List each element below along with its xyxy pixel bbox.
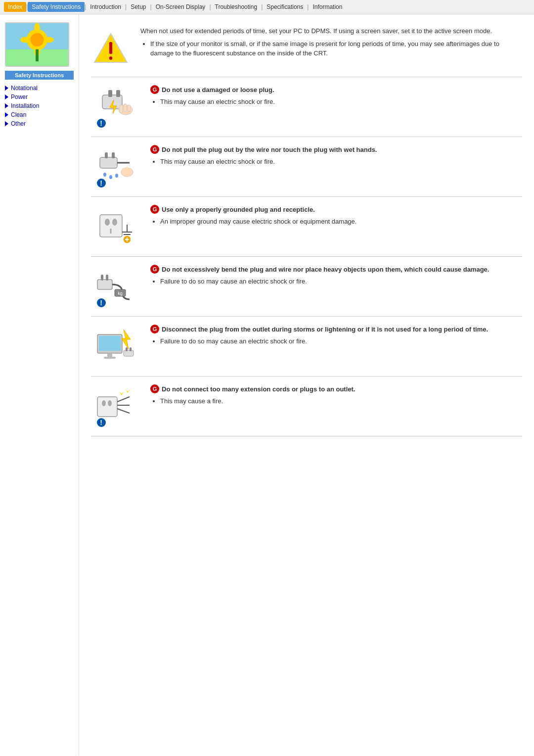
- safety-icon-5: [91, 325, 140, 368]
- red-circle-icon: G: [150, 145, 159, 154]
- svg-rect-11: [109, 56, 112, 60]
- sidebar: Safety Instructions Notational Power Ins…: [0, 14, 79, 756]
- safety-item-6: ! G Do not connect too many extension co…: [91, 377, 522, 436]
- svg-point-30: [115, 174, 118, 178]
- svg-point-28: [103, 173, 106, 177]
- red-circle-icon: G: [150, 85, 159, 94]
- red-circle-icon: G: [150, 384, 159, 393]
- svg-rect-25: [122, 168, 125, 175]
- svg-point-57: [108, 400, 112, 406]
- content-area: When not used for extended periods of ti…: [79, 14, 534, 756]
- safety-icon-3: [91, 205, 140, 248]
- nav-index[interactable]: Index: [4, 2, 26, 12]
- safety-text-4: G Do not excessively bend the plug and w…: [150, 265, 522, 288]
- nav-information[interactable]: Information: [309, 2, 346, 12]
- safety-icon-2: !: [91, 145, 140, 189]
- warning-icon: [91, 26, 131, 71]
- svg-rect-43: [101, 275, 103, 281]
- svg-marker-61: [120, 392, 124, 395]
- svg-point-32: [105, 219, 110, 226]
- safety-icon-4: kg !: [91, 265, 140, 308]
- sidebar-item-clean[interactable]: Clean: [0, 110, 79, 119]
- svg-rect-48: [99, 336, 121, 351]
- arrow-icon: [5, 112, 8, 117]
- svg-point-6: [20, 37, 30, 43]
- safety-text-5: G Disconnect the plug from the outlet du…: [150, 325, 522, 348]
- safety-icon-1: !: [91, 85, 140, 129]
- sidebar-item-notational[interactable]: Notational: [0, 84, 79, 93]
- main-layout: Safety Instructions Notational Power Ins…: [0, 14, 534, 756]
- svg-line-58: [117, 397, 130, 402]
- svg-rect-16: [120, 105, 123, 113]
- safety-item-3: G Use only a properly grounded plug and …: [91, 197, 522, 257]
- arrow-icon: [5, 86, 8, 91]
- nav-introduction[interactable]: Introduction: [86, 2, 125, 12]
- red-circle-icon: G: [150, 205, 159, 214]
- exclamation-badge: !: [96, 178, 107, 189]
- safety-item-2: ! G Do not pull the plug out by the wire…: [91, 137, 522, 197]
- safety-text-2: G Do not pull the plug out by the wire n…: [150, 145, 522, 168]
- intro-block: When not used for extended periods of ti…: [91, 22, 522, 77]
- nav-safety[interactable]: Safety Instructions: [28, 2, 85, 12]
- arrow-icon: [5, 121, 8, 126]
- nav-troubleshooting[interactable]: Troubleshooting: [211, 2, 262, 12]
- svg-rect-13: [108, 90, 112, 97]
- svg-rect-20: [100, 157, 117, 168]
- safety-text-6: G Do not connect too many extension cord…: [150, 384, 522, 408]
- sidebar-logo: [5, 22, 69, 67]
- svg-rect-42: [97, 280, 112, 289]
- svg-rect-53: [126, 347, 128, 351]
- arrow-icon: [5, 103, 8, 108]
- svg-point-56: [102, 400, 106, 406]
- exclamation-badge: !: [96, 417, 107, 428]
- svg-rect-49: [107, 353, 112, 357]
- exclamation-badge: !: [96, 118, 107, 129]
- sidebar-item-power[interactable]: Power: [0, 93, 79, 101]
- safety-item-1: ! G Do not use a damaged or loose plug. …: [91, 77, 522, 137]
- svg-point-3: [30, 33, 44, 47]
- sidebar-brand: Safety Instructions: [5, 71, 74, 80]
- sidebar-item-other[interactable]: Other: [0, 119, 79, 128]
- svg-point-33: [112, 219, 117, 226]
- svg-marker-62: [126, 389, 130, 393]
- svg-rect-50: [104, 357, 116, 359]
- safety-item-5: G Disconnect the plug from the outlet du…: [91, 317, 522, 377]
- safety-text-1: G Do not use a damaged or loose plug. Th…: [150, 85, 522, 108]
- svg-rect-18: [128, 105, 131, 112]
- svg-rect-17: [124, 104, 127, 112]
- safety-item-4: kg ! G Do not excessively bend the plug …: [91, 257, 522, 317]
- svg-rect-22: [112, 152, 115, 158]
- svg-rect-44: [106, 275, 108, 281]
- svg-rect-55: [97, 397, 117, 417]
- svg-rect-8: [36, 49, 39, 61]
- svg-rect-31: [100, 215, 122, 237]
- svg-text:kg: kg: [118, 291, 123, 296]
- sidebar-item-installation[interactable]: Installation: [0, 101, 79, 110]
- exclamation-badge: !: [96, 297, 107, 308]
- svg-rect-10: [109, 42, 112, 54]
- red-circle-icon: G: [150, 265, 159, 274]
- svg-marker-51: [122, 330, 131, 349]
- nav-specifications[interactable]: Specifications: [263, 2, 307, 12]
- nav-bar: Index | Safety Instructions | Introducti…: [0, 0, 534, 14]
- svg-rect-26: [126, 167, 128, 174]
- svg-rect-54: [130, 347, 132, 351]
- svg-rect-21: [105, 152, 108, 158]
- nav-osd[interactable]: On-Screen Display: [152, 2, 210, 12]
- svg-point-7: [44, 37, 54, 43]
- svg-rect-52: [124, 350, 134, 356]
- svg-rect-27: [129, 168, 132, 174]
- svg-point-29: [109, 175, 112, 179]
- intro-text: When not used for extended periods of ti…: [140, 26, 522, 60]
- svg-rect-14: [116, 90, 120, 97]
- arrow-icon: [5, 94, 8, 99]
- safety-text-3: G Use only a properly grounded plug and …: [150, 205, 522, 228]
- svg-point-4: [34, 23, 40, 32]
- red-circle-icon: G: [150, 325, 159, 333]
- nav-setup[interactable]: Setup: [127, 2, 150, 12]
- svg-line-60: [117, 409, 130, 413]
- safety-icon-6: !: [91, 384, 140, 428]
